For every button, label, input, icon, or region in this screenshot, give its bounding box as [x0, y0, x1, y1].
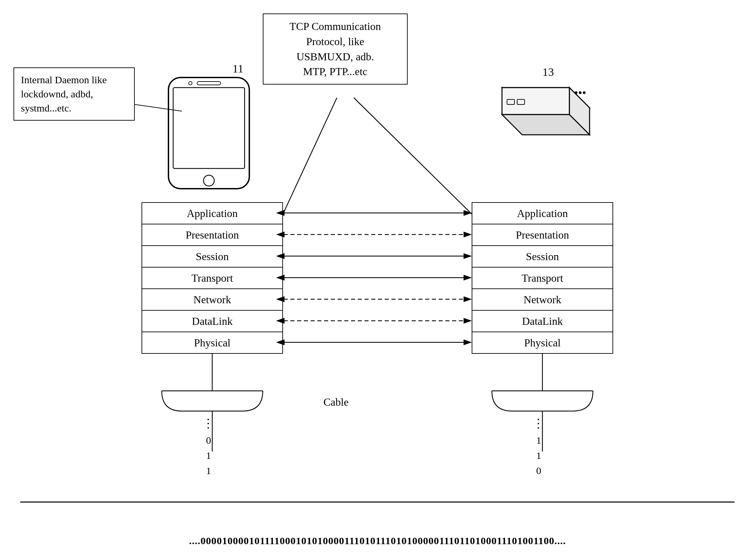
table-row: Application [472, 202, 613, 224]
callout-tcp-box: TCP Communication Protocol, like USBMUXD… [263, 14, 408, 84]
phone-device [162, 74, 256, 196]
callout-tcp-text: TCP Communication [289, 20, 381, 32]
layer-session-left: Session [142, 246, 283, 267]
callout-daemon-box: Internal Daemon like lockdownd, adbd, sy… [14, 67, 135, 121]
box-device [482, 74, 596, 155]
layer-presentation-right: Presentation [472, 224, 613, 246]
svg-rect-0 [168, 78, 249, 189]
table-row: Session [472, 246, 613, 267]
table-row: Network [142, 289, 283, 310]
callout-daemon-text3: systmd...etc. [21, 102, 72, 114]
device-label-11: 11 [232, 62, 244, 75]
layer-physical-left: Physical [142, 332, 283, 354]
table-row: Physical [142, 332, 283, 354]
svg-line-19 [354, 98, 472, 214]
layer-datalink-left: DataLink [142, 310, 283, 332]
table-row: Presentation [472, 224, 613, 246]
osi-stack-right: Application Presentation Session Transpo… [472, 202, 613, 354]
table-row: Physical [472, 332, 613, 354]
diagram-container: TCP Communication Protocol, like USBMUXD… [0, 0, 755, 560]
layer-physical-right: Physical [472, 332, 613, 354]
layer-application-right: Application [472, 202, 613, 224]
callout-daemon-text1: Internal Daemon like [21, 74, 107, 85]
callout-tcp-text4: MTP, PTP...etc [303, 65, 367, 78]
bits-left: ⋮ 0 1 1 [202, 415, 215, 478]
table-row: Application [142, 202, 283, 224]
layer-network-right: Network [472, 289, 613, 310]
osi-stack-left: Application Presentation Session Transpo… [142, 202, 283, 354]
svg-line-18 [283, 98, 337, 214]
table-row: Presentation [142, 224, 283, 246]
layer-application-left: Application [142, 202, 283, 224]
layer-transport-left: Transport [142, 267, 283, 289]
table-row: DataLink [472, 310, 613, 332]
svg-marker-7 [502, 87, 569, 115]
table-row: Transport [472, 267, 613, 289]
svg-rect-3 [197, 82, 221, 85]
svg-point-2 [203, 175, 214, 186]
table-row: DataLink [142, 310, 283, 332]
layer-presentation-left: Presentation [142, 224, 283, 246]
svg-rect-1 [173, 87, 245, 168]
svg-point-12 [579, 91, 581, 94]
svg-point-4 [189, 82, 192, 85]
layer-transport-right: Transport [472, 267, 613, 289]
svg-point-13 [583, 91, 586, 94]
table-row: Session [142, 246, 283, 267]
layer-session-right: Session [472, 246, 613, 267]
callout-tcp-text3: USBMUXD, adb. [297, 51, 374, 63]
table-row: Network [472, 289, 613, 310]
layer-network-left: Network [142, 289, 283, 310]
bits-right: ⋮ 1 1 0 [532, 415, 545, 478]
table-row: Transport [142, 267, 283, 289]
binary-string: ....000010000101111000101010000111010111… [0, 535, 755, 546]
layer-datalink-right: DataLink [472, 310, 613, 332]
callout-daemon-text2: lockdownd, adbd, [21, 88, 93, 99]
cable-label: Cable [323, 396, 349, 408]
svg-point-11 [575, 91, 577, 94]
callout-tcp-text2: Protocol, like [306, 35, 364, 47]
